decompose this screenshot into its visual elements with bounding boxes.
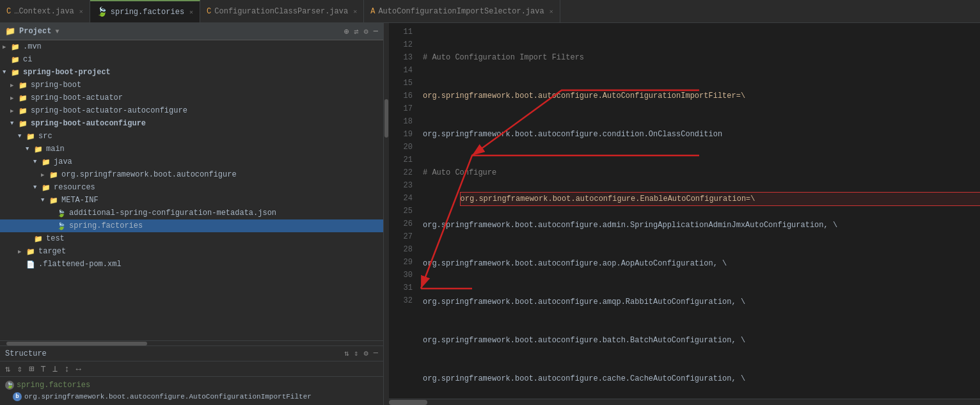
code-line-20: org.springframework.boot.autoconfigure.c… (423, 372, 980, 385)
structure-align-btn2[interactable]: ⊥ (52, 363, 58, 374)
tree-item-test[interactable]: 📁 test (0, 232, 383, 245)
structure-minimize-icon[interactable]: — (374, 349, 378, 358)
sidebar-v-scrollbar (384, 23, 389, 405)
tree-item-metainf[interactable]: ▼ 📁 META-INF (0, 194, 383, 207)
editor-h-scrollbar-thumb (389, 400, 427, 405)
gear-icon[interactable]: ⚙ (364, 27, 368, 36)
tree-arrow-metainf: ▼ (41, 197, 49, 203)
tree-item-spring-factories[interactable]: 🍃 spring.factories (0, 219, 383, 232)
structure-expand-btn[interactable]: ↕ (64, 364, 69, 374)
tree-arrow-src: ▼ (18, 133, 26, 139)
sidebar-scrollbar-thumb (6, 342, 147, 345)
sidebar-h-scrollbar (0, 340, 383, 345)
ln-28: 28 (389, 243, 413, 256)
ln-21: 21 (389, 154, 413, 166)
tree-arrow-mvn: ▶ (3, 44, 10, 51)
ln-30: 30 (389, 269, 413, 282)
tab-factories[interactable]: 🍃 spring.factories ✕ (90, 0, 200, 22)
ln-14: 14 (389, 64, 413, 77)
tab-context-close[interactable]: ✕ (79, 8, 83, 15)
tree-item-resources[interactable]: ▼ 📁 resources (0, 181, 383, 194)
tab-factories-label: spring.factories (111, 8, 184, 17)
tab-factories-close[interactable]: ✕ (189, 8, 193, 16)
code-editor[interactable]: # Auto Configuration Import Filters org.… (418, 23, 980, 399)
layout-icon[interactable]: ⇌ (354, 27, 358, 36)
tree-label-target: target (38, 247, 66, 256)
tree-item-sba[interactable]: ▶ 📁 spring-boot-actuator (0, 91, 383, 104)
code-line-13: org.springframework.boot.autoconfigure.c… (423, 128, 980, 141)
code-container: 11 12 13 14 15 16 17 18 19 20 21 22 23 2… (389, 23, 980, 399)
tab-autoimport-close[interactable]: ✕ (549, 8, 553, 15)
tree-arrow-sbp: ▼ (3, 69, 10, 75)
structure-item-auto-filter: b org.springframework.boot.autoconfigure… (0, 391, 383, 402)
ln-26: 26 (389, 218, 413, 230)
folder-icon-org: 📁 (49, 170, 59, 180)
tree-item-ci[interactable]: 📁 ci (0, 53, 383, 66)
project-dropdown-icon[interactable]: ▼ (55, 28, 59, 35)
tree-label-resources: resources (54, 183, 95, 192)
configparser-tab-icon: C (207, 7, 211, 16)
ln-20: 20 (389, 141, 413, 154)
tab-configparser[interactable]: C ConfigurationClassParser.java ✕ (200, 0, 364, 22)
tree-arrow-sbac: ▼ (10, 120, 18, 127)
ln-27: 27 (389, 230, 413, 243)
tree-label-sb: spring-boot (31, 81, 81, 90)
ln-13: 13 (389, 51, 413, 64)
folder-icon-mvn: 📁 (10, 42, 20, 52)
tree-item-main[interactable]: ▼ 📁 main (0, 143, 383, 155)
structure-item-spring-factories: 🍃 spring.factories (0, 379, 383, 391)
tree-item-src[interactable]: ▼ 📁 src (0, 130, 383, 143)
tab-context[interactable]: C …Context.java ✕ (0, 0, 90, 22)
tree-item-flattened-pom[interactable]: 📄 .flattened-pom.xml (0, 258, 383, 271)
tree-arrow-sb: ▶ (10, 82, 18, 89)
factories-tab-icon: 🍃 (97, 6, 107, 17)
tab-autoimport[interactable]: A AutoConfigurationImportSelector.java ✕ (364, 0, 560, 22)
tree-item-mvn[interactable]: ▶ 📁 .mvn (0, 40, 383, 53)
code-line-14: # Auto Configure (423, 166, 980, 179)
ln-16: 16 (389, 90, 413, 102)
globe-icon[interactable]: ⊕ (344, 27, 349, 36)
structure-sort2-icon[interactable]: ⇕ (354, 349, 358, 358)
structure-sort1-icon[interactable]: ⇅ (344, 349, 349, 358)
structure-gear-icon[interactable]: ⚙ (364, 349, 368, 358)
autoimport-tab-icon: A (370, 7, 375, 16)
ln-17: 17 (389, 102, 413, 115)
tree-item-sbac[interactable]: ▼ 📁 spring-boot-autoconfigure (0, 117, 383, 130)
structure-sort-btn2[interactable]: ⇕ (17, 363, 22, 374)
tab-autoimport-label: AutoConfigurationImportSelector.java (378, 7, 544, 16)
editor-area: 11 12 13 14 15 16 17 18 19 20 21 22 23 2… (389, 23, 980, 405)
tree-item-spring-boot-project[interactable]: ▼ 📁 spring-boot-project (0, 66, 383, 79)
tree-item-spring-boot[interactable]: ▶ 📁 spring-boot (0, 79, 383, 91)
ln-22: 22 (389, 166, 413, 179)
structure-class-label: org.springframework.boot.autoconfigure.A… (24, 393, 312, 401)
minimize-icon[interactable]: — (374, 27, 378, 36)
tree-label-test: test (46, 234, 65, 243)
tree-label-pom: .flattened-pom.xml (38, 260, 122, 269)
tab-configparser-close[interactable]: ✕ (353, 8, 357, 15)
structure-content: 🍃 spring.factories b org.springframework… (0, 377, 383, 405)
tree-item-target[interactable]: ▶ 📁 target (0, 245, 383, 258)
tree-item-additional-json[interactable]: 🍃 additional-spring-configuration-metada… (0, 207, 383, 219)
code-line-17: org.springframework.boot.autoconfigure.a… (423, 257, 980, 270)
ln-24: 24 (389, 192, 413, 205)
tree-label-factories: spring.factories (69, 221, 143, 230)
tree-arrow-resources: ▼ (33, 184, 41, 191)
code-line-11: # Auto Configuration Import Filters (423, 51, 980, 64)
folder-icon-java: 📁 (41, 157, 51, 167)
sidebar-v-scrollbar-thumb (384, 99, 388, 138)
structure-collapse-btn[interactable]: ↔ (76, 364, 81, 374)
tree-item-sbaa[interactable]: ▶ 📁 spring-boot-actuator-autoconfigure (0, 104, 383, 117)
ln-23: 23 (389, 179, 413, 192)
tree-arrow-target: ▶ (18, 248, 26, 255)
tree-item-org-pkg[interactable]: ▶ 📁 org.springframework.boot.autoconfigu… (0, 168, 383, 181)
folder-icon-sbac: 📁 (18, 118, 28, 129)
structure-class-icon: b (13, 392, 22, 401)
structure-sort-btn1[interactable]: ⇅ (5, 363, 10, 374)
tree-arrow-main: ▼ (26, 146, 33, 152)
tree-label-mvn: .mvn (23, 42, 42, 51)
structure-tree-btn[interactable]: ⊞ (29, 363, 34, 374)
structure-align-btn1[interactable]: ⊤ (40, 363, 45, 374)
tree-item-java[interactable]: ▼ 📁 java (0, 155, 383, 168)
structure-panel: Structure ⇅ ⇕ ⚙ — ⇅ ⇕ ⊞ ⊤ ⊥ ↕ ↔ 🍃 (0, 345, 383, 405)
code-line-19: org.springframework.boot.autoconfigure.b… (423, 334, 980, 347)
